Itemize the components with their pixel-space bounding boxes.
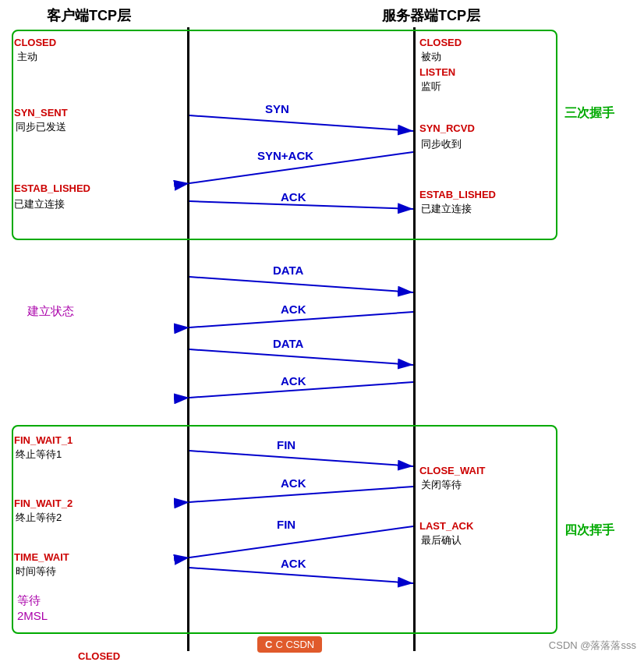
client-yijianlian1: 已建立连接: [14, 196, 65, 211]
client-time-wait: TIME_WAIT: [14, 550, 69, 564]
server-estab2: ESTAB_LISHED: [419, 187, 496, 201]
establish-state-label: 建立状态: [27, 304, 74, 319]
client-fin-wait-1: FIN_WAIT_1: [14, 433, 73, 447]
svg-line-14: [189, 382, 413, 398]
server-yijianlian2: 已建立连接: [421, 201, 472, 216]
server-close-wait: CLOSE_WAIT: [419, 463, 486, 477]
wait-2msl-label: 等待 2MSL: [17, 593, 48, 623]
server-beidong: 被动: [421, 49, 441, 64]
server-syn-rcvd: SYN_RCVD: [419, 121, 475, 135]
client-shijian: 时间等待: [16, 564, 56, 579]
server-jianting: 监听: [421, 79, 441, 94]
three-handshake-label: 三次握手: [564, 105, 614, 122]
server-tongbu-shoudao: 同步收到: [421, 136, 462, 151]
client-zhongzhi2: 终止等待2: [16, 510, 62, 525]
server-last-ack: LAST_ACK: [419, 519, 473, 533]
svg-text:DATA: DATA: [273, 264, 304, 277]
client-header: 客户端TCP层: [47, 6, 131, 25]
client-syn-sent: SYN_SENT: [14, 105, 68, 119]
client-closed2: CLOSED: [78, 649, 120, 662]
client-closed1: CLOSED: [14, 35, 56, 49]
client-fin-wait-2: FIN_WAIT_2: [14, 496, 73, 510]
server-header: 服务器端TCP层: [382, 6, 480, 25]
svg-text:ACK: ACK: [281, 374, 306, 388]
svg-line-12: [189, 349, 413, 365]
diagram-container: 客户端TCP层 服务器端TCP层 三次握手 四次挥手 CLOSED 主动 SYN…: [0, 0, 644, 662]
csdn-badge: C C CSDN: [257, 636, 322, 653]
four-handshake-box: [12, 425, 557, 634]
server-zuihou: 最后确认: [421, 533, 462, 547]
svg-text:DATA: DATA: [273, 337, 304, 350]
server-listen: LISTEN: [419, 65, 455, 79]
server-guanbi: 关闭等待: [421, 477, 462, 492]
svg-text:ACK: ACK: [281, 303, 306, 316]
client-zhudong: 主动: [17, 49, 37, 64]
watermark: CSDN @落落落sss: [549, 639, 636, 653]
svg-line-10: [189, 312, 413, 327]
four-handshake-label: 四次挥手: [564, 522, 614, 539]
client-tongbu-fasong: 同步已发送: [16, 119, 66, 134]
client-estab1: ESTAB_LISHED: [14, 181, 90, 195]
client-zhongzhi1: 终止等待1: [16, 447, 62, 462]
server-closed1: CLOSED: [419, 35, 462, 49]
three-handshake-box: [12, 30, 557, 240]
svg-line-8: [189, 277, 413, 292]
